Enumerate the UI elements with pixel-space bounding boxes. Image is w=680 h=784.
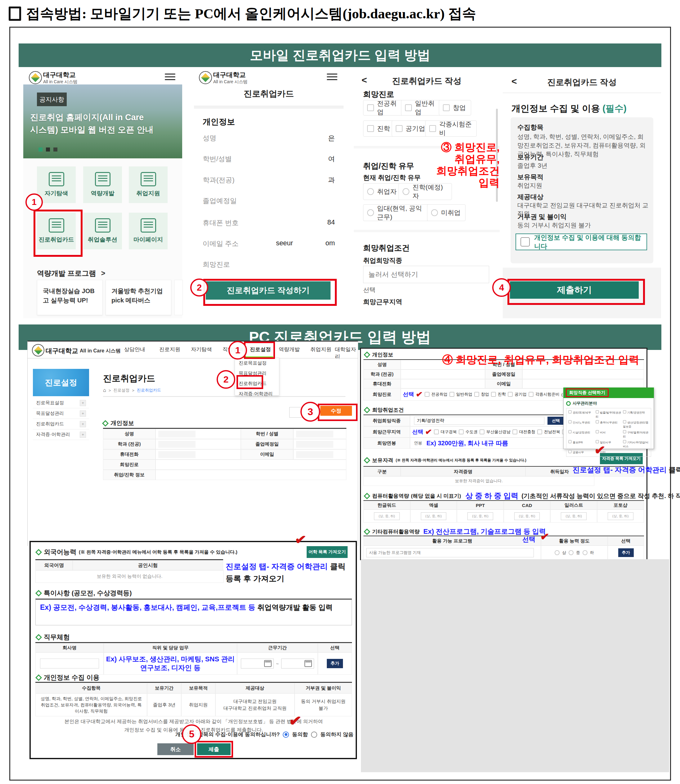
popup-option[interactable]: 구매/물류/자재관리 [623, 430, 649, 439]
tile-employment-support[interactable]: 취업지원 [129, 166, 168, 203]
nav-competency[interactable]: 역량개발 [279, 346, 300, 353]
checkbox[interactable] [459, 429, 464, 434]
chevron-right-icon[interactable]: > [101, 269, 105, 277]
dropdown-item-cert[interactable]: 자격증·어학관리 [235, 389, 279, 399]
plus-icon[interactable]: + [80, 421, 86, 427]
radio-employed[interactable]: 취업자 [363, 183, 403, 200]
checkbox[interactable] [425, 392, 430, 397]
diamond-icon [364, 407, 370, 413]
skill-level-input[interactable]: (상, 중, 하) [421, 512, 447, 520]
checkbox-startup[interactable]: 창업 [439, 100, 471, 115]
hope-job-input[interactable] [363, 266, 489, 283]
popup-option[interactable]: 시설/공정관리 [568, 430, 594, 439]
popup-option[interactable]: 기획/경영전략 [623, 410, 649, 419]
calendar-icon[interactable] [264, 660, 272, 667]
breadcrumb-career-card[interactable]: 진로취업카드 [137, 388, 161, 393]
plus-icon[interactable]: + [80, 410, 86, 417]
home-icon[interactable]: ⌂ [103, 388, 106, 393]
popup-option[interactable]: 생산/공정관리/품질보증 [623, 420, 649, 429]
calendar-icon[interactable] [304, 660, 312, 667]
tile-employment-solution[interactable]: 취업솔루션 [83, 213, 122, 249]
checkbox-public-corp[interactable]: 공기업 [392, 120, 430, 137]
checkbox-general-employment[interactable]: 일반취업 [401, 100, 443, 115]
tile-self-exploration[interactable]: 자기탐색 [37, 166, 76, 203]
checkbox[interactable] [434, 429, 439, 434]
fetch-language-list-button[interactable]: 어학 목록 가져오기 [307, 546, 348, 558]
start-date-input[interactable] [241, 659, 274, 669]
skill-level-input[interactable]: (상, 중, 하) [561, 512, 587, 520]
sidebar-item-cert[interactable]: 자격증·어학관리+ [33, 429, 89, 440]
radio-unemployed[interactable]: 미취업 [427, 204, 466, 221]
radio-military[interactable]: 입대(현역, 공익근무) [363, 204, 431, 221]
etc-program-input[interactable] [366, 548, 534, 557]
nav-career-support[interactable]: 진로지원 [159, 346, 180, 353]
checkbox[interactable] [474, 392, 479, 397]
hero-banner[interactable]: 공지사항 진로취업 홈페이지(All in Care 시스템) 모바일 웹 버전… [23, 84, 182, 158]
plus-icon[interactable]: + [80, 432, 86, 438]
popup-option[interactable]: 총무/사무관리 [596, 420, 622, 429]
hope-job-input[interactable] [414, 417, 545, 425]
red-check-icon: ✔ [288, 713, 302, 729]
program-card[interactable] [175, 280, 183, 315]
cancel-button[interactable]: 취소 [157, 743, 194, 755]
submit-button-mobile[interactable]: 제출하기 [510, 281, 639, 299]
company-name-input[interactable] [40, 659, 99, 669]
checkbox[interactable] [491, 392, 496, 397]
tile-my-page[interactable]: 마이페이지 [129, 213, 168, 249]
popup-option[interactable]: 인사/노무관리 [568, 420, 594, 429]
radio-high[interactable] [555, 550, 560, 555]
nav-counseling[interactable]: 상담안내 [124, 346, 145, 353]
checkbox[interactable] [537, 429, 542, 434]
agree-checkbox[interactable] [521, 237, 530, 246]
carousel-dot-active[interactable] [38, 147, 42, 151]
popup-option[interactable]: 홍보/PR [568, 440, 594, 449]
popup-option[interactable]: 경리/회계/세무 [568, 410, 594, 419]
radio-agree[interactable] [283, 732, 289, 738]
university-logo-icon [29, 71, 42, 84]
special-textarea[interactable]: Ex) 공모전, 수상경력, 봉사활동, 홍보대사, 캠페인, 교육,프로젝트 … [35, 599, 352, 625]
skill-level-input[interactable]: (상, 중, 하) [468, 512, 493, 520]
sidebar-item-achievement[interactable]: 목표달성관리+ [33, 408, 89, 419]
checkbox-exam-prep[interactable]: 각종시험준비 [425, 120, 477, 137]
sidebar-item-goal[interactable]: 진로목표설정+ [33, 398, 89, 408]
checkbox[interactable] [480, 429, 485, 434]
checkbox[interactable] [512, 429, 517, 434]
popup-option[interactable]: 기타사무/영업/서비스 [623, 440, 649, 449]
checkbox-major-employment[interactable]: 전공취업 [363, 100, 405, 115]
popup-option[interactable]: 법률/법무/채권관리 [596, 410, 622, 419]
program-card[interactable]: 국내현장실습 JOB고 실무능력 UP! [37, 280, 103, 315]
checkbox[interactable] [529, 392, 534, 397]
radio-low[interactable] [582, 550, 587, 555]
popup-option[interactable]: 금융사무 [568, 450, 594, 454]
carousel-dot[interactable] [54, 147, 57, 151]
nav-self-exploration[interactable]: 자기탐색 [191, 346, 212, 353]
sidebar-item-career-card[interactable]: 진로취업카드+ [33, 419, 89, 429]
add-button[interactable]: 추가 [618, 548, 634, 557]
nav-employment-support[interactable]: 취업지원 [310, 346, 332, 353]
skill-level-input[interactable]: (상, 중, 하) [374, 512, 400, 520]
checkbox[interactable] [449, 392, 454, 397]
job-select-button[interactable]: 선택 [548, 417, 564, 425]
menu-icon[interactable] [327, 74, 337, 80]
popup-option[interactable]: 비서 [596, 430, 622, 439]
checkbox[interactable] [508, 392, 513, 397]
skill-level-input[interactable]: (상, 중, 하) [608, 512, 633, 520]
tile-competency[interactable]: 역량개발 [83, 166, 122, 203]
skill-level-input[interactable]: (상, 중, 하) [514, 512, 540, 520]
add-button[interactable]: 추가 [327, 659, 343, 668]
write-career-card-button[interactable]: 진로취업카드 작성하기 [206, 281, 331, 300]
pc-screen-edit-panel: 개인정보 성명 학번 / 성별 학과 (전공) 졸업예정일 휴대전화 이메일 희… [360, 348, 647, 560]
program-card[interactable]: 겨울방학 추천기업pick 메타버스 [105, 280, 171, 315]
submit-button-pc[interactable]: 제출 [197, 743, 231, 755]
menu-icon[interactable] [165, 74, 175, 80]
checkbox-grad-school[interactable]: 진학 [363, 120, 396, 137]
carousel-dot[interactable] [46, 147, 50, 151]
edit-button[interactable]: 수정 [320, 406, 352, 416]
plus-icon[interactable]: + [80, 400, 86, 406]
consent-agree-box[interactable]: 개인정보 수집 및 이용에 대해 동의합니다 [516, 233, 647, 250]
breadcrumb-career-setting[interactable]: 진로설정 [113, 388, 129, 393]
radio-mid[interactable] [568, 550, 573, 555]
radio-disagree[interactable] [311, 732, 317, 738]
dropdown-item-goal[interactable]: 진로목표설정 [235, 358, 279, 368]
end-date-input[interactable] [281, 659, 314, 669]
